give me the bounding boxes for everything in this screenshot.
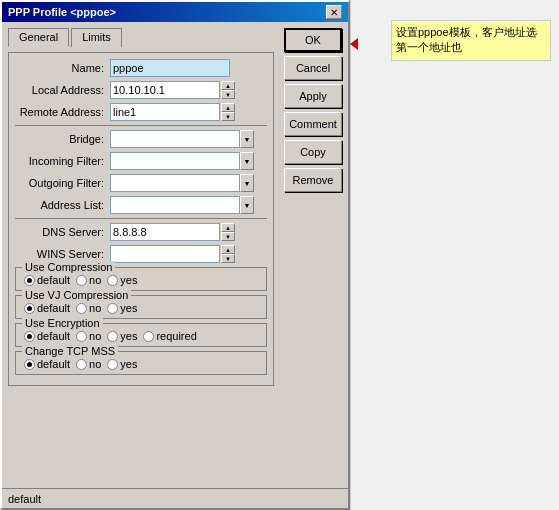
incoming-filter-dropdown-btn[interactable]: ▼ xyxy=(240,152,254,170)
enc-no-radio[interactable] xyxy=(76,331,87,342)
remote-address-row: Remote Address: ▲ ▼ xyxy=(15,103,267,121)
wins-server-control: ▲ ▼ xyxy=(110,245,235,263)
remote-address-label: Remote Address: xyxy=(15,106,110,118)
compression-no-radio[interactable] xyxy=(76,275,87,286)
local-address-label: Local Address: xyxy=(15,84,110,96)
enc-default-radio[interactable] xyxy=(24,331,35,342)
tcp-default-item: default xyxy=(24,358,70,370)
tcp-yes-label: yes xyxy=(120,358,137,370)
compression-default-radio[interactable] xyxy=(24,275,35,286)
local-address-input[interactable] xyxy=(110,81,220,99)
annotation-box: 设置pppoe模板，客户地址选第一个地址也 xyxy=(391,20,551,61)
dialog-content: General Limits Name: Local Address: ▲ xyxy=(2,22,348,508)
vj-default-item: default xyxy=(24,302,70,314)
vj-default-radio[interactable] xyxy=(24,303,35,314)
remote-address-down-btn[interactable]: ▼ xyxy=(221,112,235,121)
address-list-control: ▼ xyxy=(110,196,254,214)
incoming-filter-control: ▼ xyxy=(110,152,254,170)
compression-title: Use Compression xyxy=(22,261,115,273)
tcp-mss-radio-group: default no yes xyxy=(24,358,258,370)
tcp-mss-section: Change TCP MSS default no yes xyxy=(15,351,267,375)
sidebar-area: 设置pppoe模板，客户地址选第一个地址也 xyxy=(350,0,559,510)
compression-default-label: default xyxy=(37,274,70,286)
outgoing-filter-input[interactable] xyxy=(110,174,240,192)
enc-yes-radio[interactable] xyxy=(107,331,118,342)
name-input[interactable] xyxy=(110,59,230,77)
enc-required-label: required xyxy=(156,330,196,342)
vj-no-radio[interactable] xyxy=(76,303,87,314)
address-list-input[interactable] xyxy=(110,196,240,214)
arrow-indicator xyxy=(350,38,358,50)
remove-button[interactable]: Remove xyxy=(284,168,342,192)
bridge-row: Bridge: ▼ xyxy=(15,130,267,148)
enc-yes-item: yes xyxy=(107,330,137,342)
dns-arrows: ▲ ▼ xyxy=(221,223,235,241)
vj-no-label: no xyxy=(89,302,101,314)
right-panel: OK Cancel Apply Comment Copy Remove xyxy=(280,22,348,508)
incoming-filter-row: Incoming Filter: ▼ xyxy=(15,152,267,170)
name-row: Name: xyxy=(15,59,267,77)
dns-up-btn[interactable]: ▲ xyxy=(221,223,235,232)
incoming-filter-label: Incoming Filter: xyxy=(15,155,110,167)
wins-up-btn[interactable]: ▲ xyxy=(221,245,235,254)
left-panel: General Limits Name: Local Address: ▲ xyxy=(2,22,280,508)
ok-button[interactable]: OK xyxy=(284,28,342,52)
vj-yes-radio[interactable] xyxy=(107,303,118,314)
incoming-filter-input[interactable] xyxy=(110,152,240,170)
enc-required-item: required xyxy=(143,330,196,342)
divider-1 xyxy=(15,125,267,126)
comment-button[interactable]: Comment xyxy=(284,112,342,136)
tcp-default-label: default xyxy=(37,358,70,370)
bridge-input[interactable] xyxy=(110,130,240,148)
vj-compression-radio-group: default no yes xyxy=(24,302,258,314)
outgoing-filter-row: Outgoing Filter: ▼ xyxy=(15,174,267,192)
compression-yes-label: yes xyxy=(120,274,137,286)
local-address-arrows: ▲ ▼ xyxy=(221,81,235,99)
encryption-title: Use Encryption xyxy=(22,317,103,329)
dns-server-input[interactable] xyxy=(110,223,220,241)
wins-server-input[interactable] xyxy=(110,245,220,263)
vj-yes-item: yes xyxy=(107,302,137,314)
wins-arrows: ▲ ▼ xyxy=(221,245,235,263)
address-list-dropdown-btn[interactable]: ▼ xyxy=(240,196,254,214)
cancel-button[interactable]: Cancel xyxy=(284,56,342,80)
tcp-mss-title: Change TCP MSS xyxy=(22,345,118,357)
outgoing-filter-dropdown-btn[interactable]: ▼ xyxy=(240,174,254,192)
enc-no-label: no xyxy=(89,330,101,342)
wins-down-btn[interactable]: ▼ xyxy=(221,254,235,263)
compression-yes-item: yes xyxy=(107,274,137,286)
vj-yes-label: yes xyxy=(120,302,137,314)
tab-limits[interactable]: Limits xyxy=(71,28,122,47)
copy-button[interactable]: Copy xyxy=(284,140,342,164)
close-button[interactable]: ✕ xyxy=(326,5,342,19)
local-address-up-btn[interactable]: ▲ xyxy=(221,81,235,90)
remote-address-control: ▲ ▼ xyxy=(110,103,235,121)
enc-yes-label: yes xyxy=(120,330,137,342)
compression-no-item: no xyxy=(76,274,101,286)
dns-down-btn[interactable]: ▼ xyxy=(221,232,235,241)
apply-button[interactable]: Apply xyxy=(284,84,342,108)
enc-no-item: no xyxy=(76,330,101,342)
bridge-control: ▼ xyxy=(110,130,254,148)
tabs-container: General Limits xyxy=(8,28,274,47)
outgoing-filter-control: ▼ xyxy=(110,174,254,192)
outgoing-filter-label: Outgoing Filter: xyxy=(15,177,110,189)
wins-server-label: WINS Server: xyxy=(15,248,110,260)
window-title: PPP Profile <pppoe> xyxy=(8,6,116,18)
remote-address-input[interactable] xyxy=(110,103,220,121)
compression-radio-group: default no yes xyxy=(24,274,258,286)
tcp-no-radio[interactable] xyxy=(76,359,87,370)
tcp-yes-radio[interactable] xyxy=(107,359,118,370)
remote-address-up-btn[interactable]: ▲ xyxy=(221,103,235,112)
local-address-down-btn[interactable]: ▼ xyxy=(221,90,235,99)
enc-default-item: default xyxy=(24,330,70,342)
dns-server-control: ▲ ▼ xyxy=(110,223,235,241)
bridge-dropdown-btn[interactable]: ▼ xyxy=(240,130,254,148)
enc-required-radio[interactable] xyxy=(143,331,154,342)
tcp-default-radio[interactable] xyxy=(24,359,35,370)
tab-general[interactable]: General xyxy=(8,28,69,47)
local-address-row: Local Address: ▲ ▼ xyxy=(15,81,267,99)
vj-compression-section: Use VJ Compression default no yes xyxy=(15,295,267,319)
address-list-label: Address List: xyxy=(15,199,110,211)
compression-yes-radio[interactable] xyxy=(107,275,118,286)
